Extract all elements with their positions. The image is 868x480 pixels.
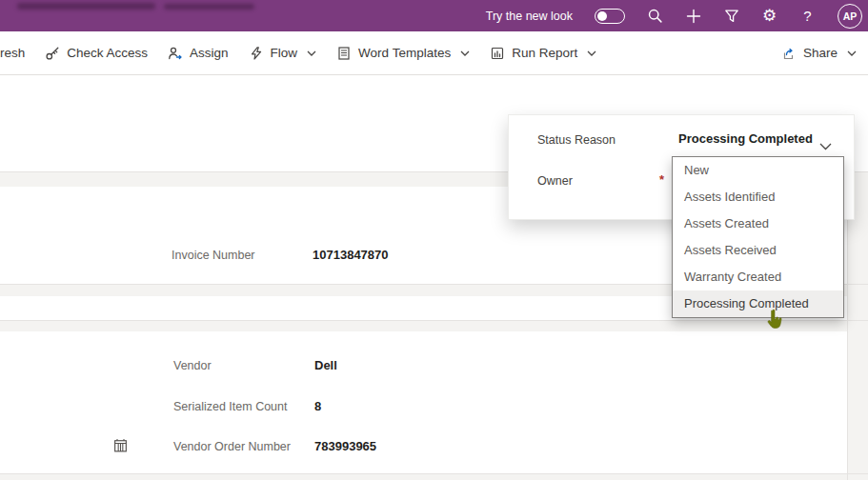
dropdown-option[interactable]: Assets Identified (673, 184, 843, 210)
flow-button[interactable]: Flow (249, 46, 317, 61)
top-navigation-bar: Try the new look ⚙ ? AP (0, 0, 868, 31)
divider (0, 320, 868, 321)
share-button[interactable]: Share (780, 46, 857, 61)
word-templates-label: Word Templates (358, 46, 451, 60)
redacted-breadcrumb (164, 4, 254, 10)
vendor-order-number-label: Vendor Order Number (173, 440, 291, 453)
toggle-knob (597, 11, 607, 21)
chevron-down-icon (847, 50, 857, 56)
flyout-owner-label: Owner (537, 174, 573, 188)
refresh-button[interactable]: resh (0, 46, 25, 60)
flyout-status-reason-value[interactable]: Processing Completed (678, 131, 813, 146)
report-chart-icon (490, 46, 505, 61)
assign-label: Assign (190, 46, 229, 60)
required-asterisk: * (659, 172, 664, 187)
help-icon[interactable]: ? (799, 8, 816, 24)
divider (0, 473, 868, 474)
refresh-label: resh (0, 46, 25, 60)
dropdown-option[interactable]: Warranty Created (673, 264, 843, 290)
dropdown-option[interactable]: Assets Received (673, 237, 843, 264)
dropdown-option[interactable]: Assets Created (673, 210, 843, 237)
word-templates-button[interactable]: Word Templates (336, 46, 470, 61)
share-label: Share (803, 46, 838, 60)
flow-icon (249, 46, 264, 61)
dropdown-option[interactable]: New (673, 157, 843, 184)
flyout-status-reason-label: Status Reason (537, 133, 616, 147)
plus-icon[interactable] (685, 8, 701, 24)
try-new-look-label: Try the new look (486, 10, 573, 23)
search-icon[interactable] (647, 8, 663, 24)
word-document-icon (336, 46, 352, 61)
command-bar: resh Check Access Assign Flow Word Templ… (0, 31, 868, 75)
run-report-label: Run Report (512, 46, 577, 60)
assign-person-icon (168, 46, 183, 61)
calendar-icon (112, 437, 129, 457)
mouse-cursor-hand-icon (765, 309, 784, 335)
check-access-button[interactable]: Check Access (45, 46, 148, 61)
invoice-number-value[interactable]: 10713847870 (313, 248, 389, 262)
vendor-value[interactable]: Dell (314, 358, 337, 372)
assign-button[interactable]: Assign (168, 46, 229, 61)
flow-label: Flow (271, 46, 298, 60)
new-look-toggle[interactable] (595, 9, 625, 24)
share-icon (780, 46, 797, 61)
redacted-app-title (17, 3, 155, 10)
vendor-label: Vendor (173, 359, 212, 372)
serialized-item-count-label: Serialized Item Count (173, 400, 288, 413)
run-report-button[interactable]: Run Report (490, 46, 596, 61)
vendor-order-number-value[interactable]: 783993965 (314, 439, 376, 453)
app-window: Try the new look ⚙ ? AP resh Check Acces… (0, 0, 868, 480)
user-avatar[interactable]: AP (838, 4, 862, 29)
filter-icon[interactable] (723, 8, 739, 24)
invoice-number-label: Invoice Number (172, 249, 255, 262)
gear-icon[interactable]: ⚙ (761, 8, 777, 24)
chevron-down-icon (460, 50, 470, 56)
status-reason-dropdown: New Assets Identified Assets Created Ass… (672, 156, 844, 318)
chevron-down-icon (587, 50, 596, 56)
check-access-label: Check Access (67, 46, 148, 60)
key-icon (45, 46, 60, 61)
chevron-down-icon (307, 50, 316, 56)
serialized-item-count-value[interactable]: 8 (314, 399, 321, 413)
chevron-down-icon[interactable] (819, 137, 832, 154)
dropdown-option[interactable]: Processing Completed (673, 290, 843, 317)
